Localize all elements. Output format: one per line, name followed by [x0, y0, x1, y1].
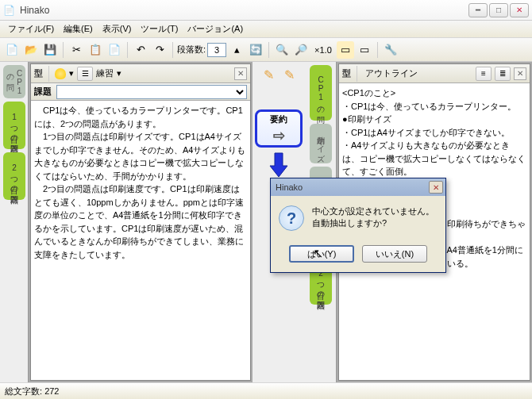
dialog-line2: 自動抽出しますか? — [312, 217, 434, 229]
dialog-overlay: Hinako ✕ ? 中心文が設定されていません。 自動抽出しますか? はい(Y… — [0, 0, 532, 399]
dialog-message: 中心文が設定されていません。 自動抽出しますか? — [312, 205, 434, 229]
dialog-no-button[interactable]: いいえ(N) — [362, 245, 427, 263]
dialog-titlebar: Hinako ✕ — [271, 178, 445, 196]
question-icon: ? — [279, 205, 304, 231]
dialog-yes-button[interactable]: はい(Y) — [289, 245, 354, 263]
dialog-line1: 中心文が設定されていません。 — [312, 205, 434, 217]
confirm-dialog: Hinako ✕ ? 中心文が設定されていません。 自動抽出しますか? はい(Y… — [270, 178, 446, 273]
dialog-close-button[interactable]: ✕ — [429, 181, 443, 194]
dialog-title-text: Hinako — [276, 182, 303, 192]
